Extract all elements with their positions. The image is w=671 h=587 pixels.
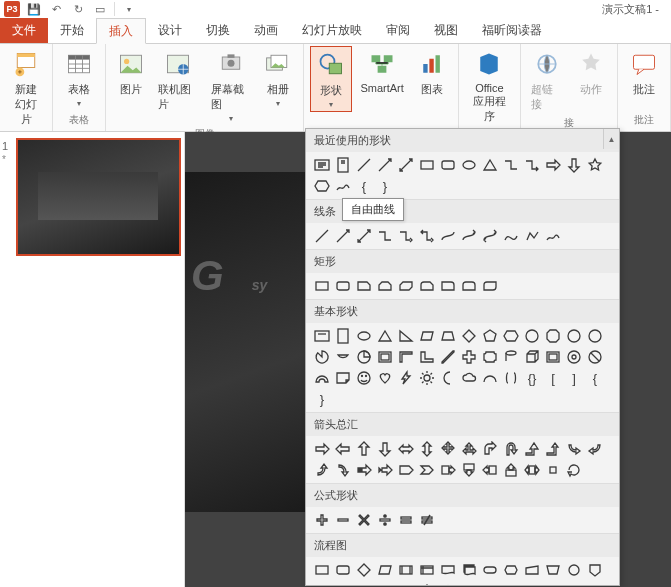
line-shape[interactable] (354, 155, 374, 175)
snip-single-corner-shape[interactable] (354, 276, 374, 296)
merge-shape[interactable] (459, 581, 479, 586)
terminator-shape[interactable] (480, 560, 500, 580)
elbow-arrow-connector-shape[interactable] (522, 155, 542, 175)
tab-view[interactable]: 视图 (422, 18, 470, 43)
curved-double-arrow-shape[interactable] (480, 226, 500, 246)
hexagon-shape[interactable] (312, 176, 332, 196)
table-button[interactable]: 表格 ▾ (59, 46, 99, 110)
preparation-shape[interactable] (501, 560, 521, 580)
line-double-arrow-shape[interactable] (396, 155, 416, 175)
bent-up-arrow-shape[interactable] (543, 439, 563, 459)
right-block-arrow-shape[interactable] (312, 439, 332, 459)
bevel-shape[interactable] (543, 347, 563, 367)
striped-right-arrow-shape[interactable] (354, 460, 374, 480)
trapezoid-shape[interactable] (438, 326, 458, 346)
quad-arrow-shape[interactable] (438, 439, 458, 459)
direct-access-shape[interactable] (564, 581, 584, 586)
line-arrow-shape[interactable] (333, 226, 353, 246)
parallelogram-shape[interactable] (417, 326, 437, 346)
chord-shape[interactable] (333, 347, 353, 367)
shapes-button[interactable]: 形状 ▾ (310, 46, 352, 112)
round-same-side-shape[interactable] (459, 276, 479, 296)
double-brace-shape[interactable]: {} (522, 368, 542, 388)
new-slide-button[interactable]: 新建 幻灯片 ▾ (6, 46, 46, 140)
rounded-rectangle-shape[interactable] (438, 155, 458, 175)
star-shape[interactable] (585, 155, 605, 175)
cloud-shape[interactable] (459, 368, 479, 388)
plaque-shape[interactable] (480, 347, 500, 367)
sort-shape[interactable] (417, 581, 437, 586)
down-arrow-callout-shape[interactable] (459, 460, 479, 480)
hyperlink-button[interactable]: 超链接 (527, 46, 568, 114)
picture-button[interactable]: 图片 (112, 46, 150, 99)
line-arrow-shape[interactable] (375, 155, 395, 175)
right-bracket-shape[interactable]: ] (564, 368, 584, 388)
rounded-rectangle-shape[interactable] (333, 276, 353, 296)
scribble-shape[interactable] (333, 176, 353, 196)
office-apps-button[interactable]: Office 应用程序 ▾ (465, 46, 514, 137)
pie-shape[interactable] (312, 347, 332, 367)
cube-shape[interactable] (522, 347, 542, 367)
elbow-connector-shape[interactable] (501, 155, 521, 175)
curved-left-arrow-shape[interactable] (585, 439, 605, 459)
left-bracket-shape[interactable]: [ (543, 368, 563, 388)
snip-diagonal-shape[interactable] (396, 276, 416, 296)
curved-up-arrow-shape[interactable] (312, 460, 332, 480)
left-brace-shape[interactable]: { (354, 176, 374, 196)
tab-slideshow[interactable]: 幻灯片放映 (290, 18, 374, 43)
elbow-arrow-connector-shape[interactable] (396, 226, 416, 246)
manual-operation-shape[interactable] (543, 560, 563, 580)
bent-arrow-shape[interactable] (480, 439, 500, 459)
scribble-shape[interactable] (543, 226, 563, 246)
donut-shape[interactable] (564, 347, 584, 367)
heart-shape[interactable] (375, 368, 395, 388)
up-block-arrow-shape[interactable] (354, 439, 374, 459)
octagon-shape[interactable] (543, 326, 563, 346)
curve-shape[interactable] (501, 226, 521, 246)
not-equals-shape[interactable] (417, 510, 437, 530)
can-shape[interactable] (501, 347, 521, 367)
smartart-button[interactable]: SmartArt (356, 46, 407, 96)
snip-round-shape[interactable] (417, 276, 437, 296)
manual-input-shape[interactable] (522, 560, 542, 580)
quad-arrow-callout-shape[interactable] (543, 460, 563, 480)
stored-data-shape[interactable] (480, 581, 500, 586)
double-bracket-shape[interactable] (501, 368, 521, 388)
down-block-arrow-shape[interactable] (375, 439, 395, 459)
vertical-textbox-shape[interactable] (333, 326, 353, 346)
curved-down-arrow-shape[interactable] (333, 460, 353, 480)
action-button[interactable]: 动作 (572, 46, 612, 99)
left-right-arrow-shape[interactable] (396, 439, 416, 459)
chevron-shape[interactable] (417, 460, 437, 480)
multiply-shape[interactable] (354, 510, 374, 530)
chart-button[interactable]: 图表 (412, 46, 452, 99)
internal-storage-shape[interactable] (417, 560, 437, 580)
punched-tape-shape[interactable] (333, 581, 353, 586)
up-down-arrow-shape[interactable] (417, 439, 437, 459)
left-block-arrow-shape[interactable] (333, 439, 353, 459)
right-triangle-shape[interactable] (396, 326, 416, 346)
pentagon-arrow-shape[interactable] (396, 460, 416, 480)
data-shape[interactable] (375, 560, 395, 580)
equals-shape[interactable] (396, 510, 416, 530)
divide-shape[interactable] (375, 510, 395, 530)
pentagon-shape[interactable] (480, 326, 500, 346)
multidocument-shape[interactable] (459, 560, 479, 580)
diagonal-stripe-shape[interactable] (438, 347, 458, 367)
decision-shape[interactable] (354, 560, 374, 580)
magnetic-disk-shape[interactable] (543, 581, 563, 586)
round-diagonal-shape[interactable] (480, 276, 500, 296)
heptagon-shape[interactable] (522, 326, 542, 346)
scroll-up-icon[interactable]: ▲ (603, 129, 619, 149)
elbow-connector-shape[interactable] (375, 226, 395, 246)
save-icon[interactable]: 💾 (26, 1, 42, 17)
extract-shape[interactable] (438, 581, 458, 586)
textbox-shape[interactable] (312, 326, 332, 346)
left-brace-shape[interactable]: { (585, 368, 605, 388)
line-double-arrow-shape[interactable] (354, 226, 374, 246)
oval-shape[interactable] (459, 155, 479, 175)
predefined-process-shape[interactable] (396, 560, 416, 580)
cross-shape[interactable] (459, 347, 479, 367)
dodecagon-shape[interactable] (585, 326, 605, 346)
rectangle-shape[interactable] (312, 276, 332, 296)
